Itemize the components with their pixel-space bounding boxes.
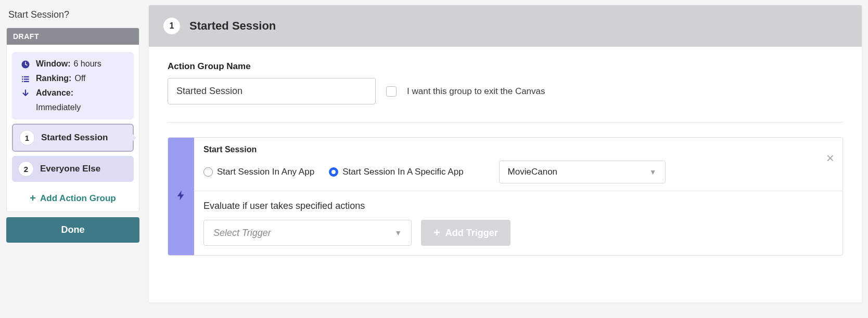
svg-rect-3 (22, 78, 23, 80)
trigger-card: × Start Session Start Session In Any App… (168, 137, 843, 256)
chevron-down-icon: ▼ (649, 168, 657, 176)
setting-window-label: Window: (36, 59, 71, 69)
radio-specific-label: Start Session In A Specific App (342, 167, 463, 177)
main-body: Action Group Name I want this group to e… (149, 47, 862, 270)
arrow-down-icon (20, 88, 31, 99)
group-name-label: Action Group Name (168, 61, 843, 72)
exit-canvas-label: I want this group to exit the Canvas (407, 86, 545, 97)
add-action-group-label: Add Action Group (40, 193, 116, 204)
setting-window-value: 6 hours (74, 59, 101, 69)
action-item-started-session[interactable]: 1 Started Session (12, 124, 134, 152)
action-item-number: 2 (18, 161, 34, 177)
setting-advance-label: Advance: (36, 88, 73, 98)
svg-rect-1 (22, 76, 23, 77)
trigger-content: × Start Session Start Session In Any App… (194, 138, 843, 255)
list-icon (20, 74, 31, 84)
radio-specific-app[interactable]: Start Session In A Specific App (329, 167, 463, 177)
main-header: 1 Started Session (149, 5, 862, 47)
setting-window: Window: 6 hours (20, 59, 125, 70)
add-trigger-button[interactable]: + Add Trigger (421, 220, 510, 246)
page-title: Started Session (189, 19, 276, 33)
add-trigger-label: Add Trigger (445, 228, 498, 239)
action-item-label: Everyone Else (40, 164, 100, 174)
plus-icon: + (433, 226, 440, 240)
chevron-down-icon: ▼ (394, 229, 402, 237)
action-item-label: Started Session (41, 132, 108, 143)
sidebar-title: Start Session? (6, 9, 139, 28)
action-item-number: 1 (19, 130, 35, 145)
header-number-badge: 1 (163, 18, 180, 34)
close-icon[interactable]: × (826, 151, 834, 165)
svg-rect-4 (24, 78, 29, 80)
exit-canvas-checkbox[interactable] (386, 86, 397, 97)
setting-advance: Advance: (20, 88, 125, 99)
app-select-value: MovieCanon (508, 167, 557, 177)
radio-icon (203, 167, 213, 177)
trigger-select-placeholder: Select Trigger (213, 228, 271, 239)
main-panel: 1 Started Session Action Group Name I wa… (149, 5, 862, 302)
lightning-icon (175, 190, 187, 203)
app-select[interactable]: MovieCanon ▼ (499, 161, 666, 183)
group-name-input[interactable] (168, 78, 376, 104)
plus-icon: + (30, 192, 36, 204)
add-action-group-button[interactable]: + Add Action Group (7, 186, 139, 211)
clock-icon (20, 59, 31, 70)
settings-block: Window: 6 hours Ranking: Off Advance: (12, 52, 134, 120)
svg-rect-5 (22, 81, 23, 82)
trigger-select[interactable]: Select Trigger ▼ (203, 220, 412, 246)
svg-rect-6 (24, 81, 29, 82)
setting-ranking-value: Off (74, 74, 85, 83)
done-button[interactable]: Done (6, 217, 139, 243)
sidebar-panel: DRAFT Window: 6 hours Ranking: Off (6, 28, 139, 212)
trigger-title: Start Session (203, 145, 833, 154)
radio-icon (329, 167, 338, 177)
status-badge: DRAFT (7, 28, 139, 45)
setting-ranking-label: Ranking: (36, 74, 71, 83)
evaluate-text: Evaluate if user takes specified actions (203, 201, 833, 211)
radio-any-app[interactable]: Start Session In Any App (203, 167, 314, 177)
radio-any-label: Start Session In Any App (217, 167, 314, 177)
action-item-everyone-else[interactable]: 2 Everyone Else (12, 156, 134, 182)
setting-ranking: Ranking: Off (20, 74, 125, 84)
trigger-accent (168, 138, 194, 255)
divider (168, 122, 843, 123)
trigger-bottom: Evaluate if user takes specified actions… (194, 191, 843, 255)
svg-rect-2 (24, 76, 29, 77)
sidebar: Start Session? DRAFT Window: 6 hours Ran… (0, 0, 146, 318)
trigger-top: × Start Session Start Session In Any App… (194, 138, 843, 191)
setting-advance-value: Immediately (36, 103, 125, 112)
